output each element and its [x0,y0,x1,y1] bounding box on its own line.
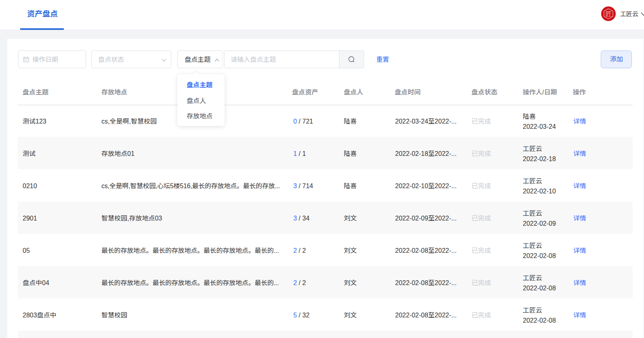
svg-text:匠: 匠 [605,9,612,18]
